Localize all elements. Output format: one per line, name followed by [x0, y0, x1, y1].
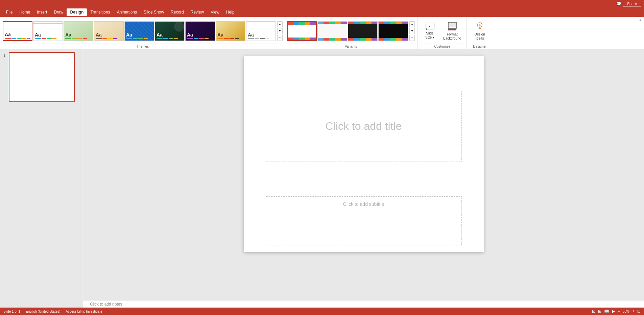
subtitle-placeholder[interactable]: Click to add subtitle: [266, 196, 462, 245]
title-placeholder[interactable]: Click to add title: [266, 91, 462, 162]
variants-section: ▲ ▼ ≡ Variants: [284, 18, 418, 49]
language: English (United States): [26, 310, 60, 313]
notes-placeholder: Click to add notes: [90, 302, 122, 307]
accessibility: Accessibility: Investigate: [66, 310, 102, 313]
design-ideas-icon: [475, 22, 484, 32]
zoom-in[interactable]: +: [632, 309, 635, 314]
designer-label: Designer: [470, 44, 490, 48]
themes-label: Themes: [3, 44, 283, 48]
customize-label: Customize: [421, 44, 464, 48]
notes-bar[interactable]: Click to add notes: [83, 300, 644, 308]
editing-area: Click to add title Click to add subtitle: [83, 49, 644, 308]
variant-3[interactable]: [348, 21, 378, 41]
slide-panel: 1: [0, 49, 83, 308]
theme-green[interactable]: Aa: [64, 21, 93, 41]
svg-rect-6: [448, 29, 456, 30]
variants-label: Variants: [287, 44, 415, 48]
variant-2[interactable]: [317, 21, 347, 41]
menu-slideshow[interactable]: Slide Show: [140, 8, 167, 16]
themes-section: Aa Aa: [1, 18, 284, 49]
variants-scroll-more[interactable]: ≡: [409, 35, 415, 41]
view-slideshow[interactable]: ▶: [612, 309, 615, 314]
theme-dark-purple[interactable]: Aa: [185, 21, 215, 41]
view-slide-sorter[interactable]: ⊞: [598, 309, 601, 314]
view-normal[interactable]: ⊡: [592, 309, 595, 314]
design-ideas-button[interactable]: DesignIdeas: [470, 20, 490, 42]
zoom-out[interactable]: −: [618, 309, 620, 314]
slide-thumbnail[interactable]: [9, 52, 75, 102]
slide-size-label: SlideSize ▾: [425, 31, 434, 40]
variants-scroll-down[interactable]: ▼: [409, 28, 415, 34]
themes-scroll-down[interactable]: ▼: [277, 28, 283, 34]
theme-lined[interactable]: Aa: [33, 21, 63, 41]
menu-record[interactable]: Record: [167, 8, 187, 16]
svg-text:▼: ▼: [428, 25, 431, 28]
format-background-label: FormatBackground: [443, 32, 461, 41]
fit-slide[interactable]: ⊡: [637, 309, 641, 314]
menu-help[interactable]: Help: [223, 8, 238, 16]
title-placeholder-text: Click to add title: [326, 120, 402, 132]
menu-draw[interactable]: Draw: [50, 8, 67, 16]
slide-thumb-item[interactable]: 1: [2, 52, 81, 102]
ribbon-collapse[interactable]: ∧: [638, 18, 643, 23]
theme-dark-teal[interactable]: Aa: [155, 21, 185, 41]
theme-gold[interactable]: Aa: [216, 21, 245, 41]
menu-transitions[interactable]: Transitions: [87, 8, 113, 16]
menu-file[interactable]: File: [3, 8, 16, 16]
slide-count: Slide 1 of 1: [3, 310, 20, 313]
format-background-icon: [448, 22, 457, 32]
slide-size-icon: ▼: [425, 22, 435, 31]
message-icon[interactable]: 💬: [616, 1, 621, 6]
zoom-level: 60%: [623, 310, 629, 313]
themes-scroll-up[interactable]: ▲: [277, 21, 283, 27]
customize-section: ▼ SlideSize ▾ FormatBackground Customize: [418, 18, 467, 49]
menu-animations[interactable]: Animations: [114, 8, 140, 16]
svg-rect-5: [449, 23, 456, 27]
theme-blue-pattern[interactable]: Aa: [124, 21, 154, 41]
slide-size-button[interactable]: ▼ SlideSize ▾: [421, 21, 439, 41]
menu-review[interactable]: Review: [187, 8, 207, 16]
theme-default[interactable]: Aa: [3, 21, 32, 41]
menu-design[interactable]: Design: [67, 8, 87, 16]
theme-minimal[interactable]: Aa: [246, 21, 276, 41]
design-ideas-label: DesignIdeas: [475, 32, 485, 41]
variant-1[interactable]: [287, 21, 317, 41]
slide-number: 1: [2, 53, 7, 57]
format-background-button[interactable]: FormatBackground: [440, 20, 464, 42]
view-reading[interactable]: 📖: [604, 309, 609, 314]
subtitle-placeholder-text: Click to add subtitle: [343, 201, 384, 207]
slide-canvas[interactable]: Click to add title Click to add subtitle: [244, 56, 484, 252]
share-button[interactable]: Share: [623, 1, 641, 7]
menu-insert[interactable]: Insert: [33, 8, 50, 16]
theme-brown[interactable]: Aa: [94, 21, 124, 41]
menu-view[interactable]: View: [207, 8, 223, 16]
designer-section: DesignIdeas Designer: [467, 18, 493, 49]
variants-scroll-up[interactable]: ▲: [409, 21, 415, 27]
menu-home[interactable]: Home: [16, 8, 33, 16]
themes-scroll-more[interactable]: ≡: [277, 35, 283, 41]
variant-4[interactable]: [378, 21, 408, 41]
